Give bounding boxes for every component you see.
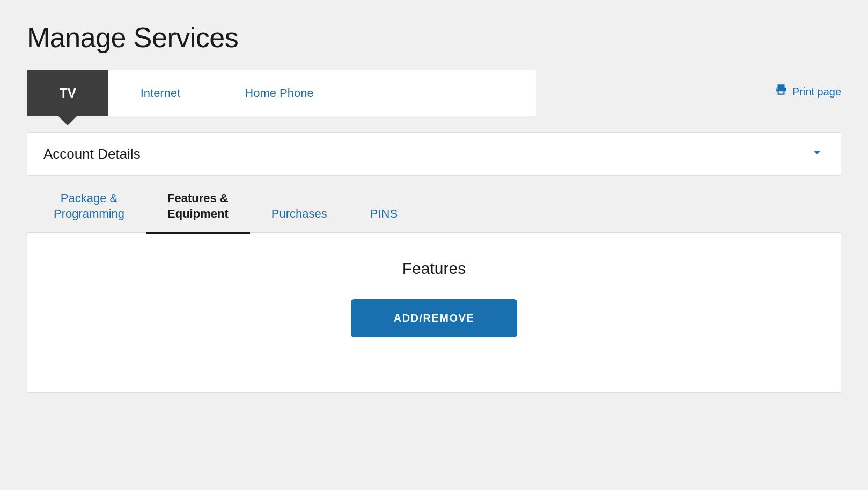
sub-tabs-container: Package &Programming Features &Equipment…: [27, 181, 841, 393]
tab-home-phone-label: Home Phone: [245, 86, 313, 100]
tab-tv[interactable]: TV: [27, 70, 108, 116]
service-tabs-row: TV Internet Home Phone Print page: [27, 70, 841, 116]
print-icon: [774, 83, 788, 100]
service-tabs: TV Internet Home Phone: [27, 70, 536, 116]
tab-features-equipment-label: Features &Equipment: [167, 191, 229, 220]
add-remove-button[interactable]: ADD/REMOVE: [351, 299, 518, 337]
content-panel: Features ADD/REMOVE: [27, 232, 841, 393]
tab-features-equipment[interactable]: Features &Equipment: [146, 181, 250, 232]
tab-internet-label: Internet: [141, 86, 181, 100]
page-container: Manage Services TV Internet Home Phone P…: [0, 0, 868, 414]
tab-pins-label: PINS: [370, 207, 398, 220]
account-details-header[interactable]: Account Details: [27, 133, 841, 175]
tab-internet[interactable]: Internet: [108, 70, 213, 116]
tab-purchases-label: Purchases: [271, 207, 327, 220]
account-details-section: Account Details: [27, 132, 841, 176]
print-page-button[interactable]: Print page: [774, 70, 841, 100]
tab-purchases[interactable]: Purchases: [250, 197, 349, 233]
tab-tv-label: TV: [60, 86, 76, 101]
sub-tabs-row: Package &Programming Features &Equipment…: [27, 181, 841, 232]
tab-pins[interactable]: PINS: [349, 197, 419, 233]
print-page-label: Print page: [792, 86, 841, 98]
tab-home-phone[interactable]: Home Phone: [212, 70, 345, 116]
tab-package-programming-label: Package &Programming: [54, 191, 124, 220]
features-title: Features: [402, 259, 466, 278]
page-title: Manage Services: [27, 21, 841, 54]
chevron-down-icon: [810, 145, 825, 164]
account-details-title: Account Details: [43, 146, 141, 162]
tab-package-programming[interactable]: Package &Programming: [32, 181, 146, 232]
